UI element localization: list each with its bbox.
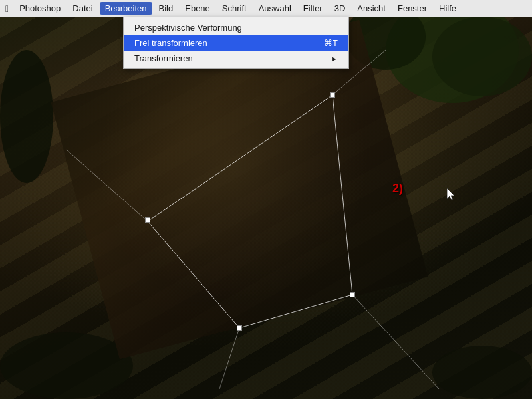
apple-logo-icon[interactable]: : [5, 3, 9, 14]
menubar-item-schrift[interactable]: Schrift: [217, 2, 252, 15]
svg-line-3: [219, 328, 239, 389]
transformieren-submenu-arrow-icon: ►: [331, 55, 338, 63]
canvas-area: 1) 2): [0, 17, 532, 399]
menubar-item-photoshop[interactable]: Photoshop: [14, 2, 66, 15]
menubar-item-bild[interactable]: Bild: [154, 2, 179, 15]
svg-marker-5: [447, 188, 454, 200]
step-label-2: 2): [392, 182, 403, 196]
svg-line-2: [352, 295, 439, 389]
menubar-item-filter[interactable]: Filter: [298, 2, 328, 15]
menu-item-transformieren[interactable]: Transformieren ►: [124, 51, 348, 66]
menubar-item-ansicht[interactable]: Ansicht: [352, 2, 391, 15]
menubar:  Photoshop Datei Bearbeiten Bild Ebene …: [0, 0, 532, 17]
transform-handle-top[interactable]: [330, 92, 335, 98]
menubar-item-ebene[interactable]: Ebene: [180, 2, 215, 15]
menu-item-frei-transformieren[interactable]: Frei transformieren ⌘T: [124, 35, 348, 51]
menubar-item-hilfe[interactable]: Hilfe: [434, 2, 462, 15]
mouse-cursor-icon: [447, 188, 458, 204]
svg-line-4: [66, 150, 148, 221]
transform-handle-bottom[interactable]: [237, 325, 242, 331]
menubar-item-auswahl[interactable]: Auswahl: [253, 2, 297, 15]
svg-marker-0: [148, 95, 352, 328]
menubar-item-fenster[interactable]: Fenster: [392, 2, 432, 15]
frei-transformieren-shortcut: ⌘T: [324, 38, 338, 48]
menubar-item-bearbeiten[interactable]: Bearbeiten: [100, 2, 152, 15]
transform-handle-left[interactable]: [145, 217, 150, 223]
transform-bounding-box: [0, 17, 532, 399]
menu-item-perspektivische-verformung[interactable]: Perspektivische Verformung: [124, 20, 348, 35]
bearbeiten-dropdown-menu: Perspektivische Verformung Frei transfor…: [123, 17, 349, 69]
transform-handle-right[interactable]: [350, 292, 355, 297]
menubar-item-3d[interactable]: 3D: [329, 2, 351, 15]
menubar-item-datei[interactable]: Datei: [67, 2, 98, 15]
